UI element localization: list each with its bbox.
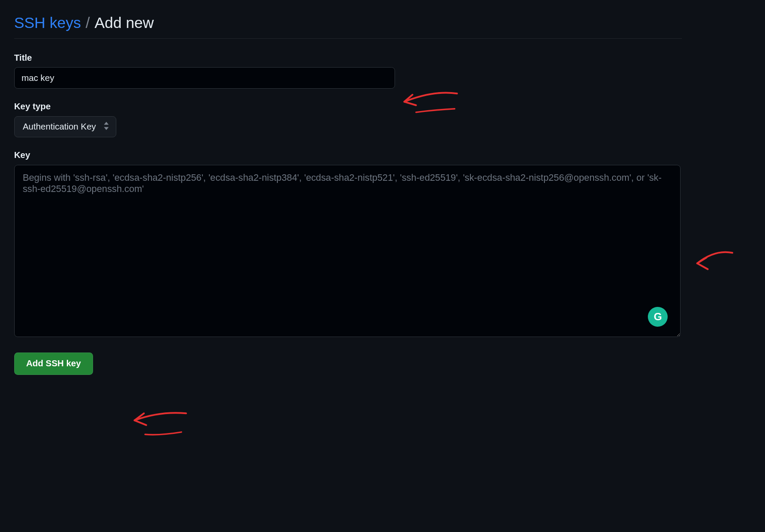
key-label: Key: [14, 150, 682, 160]
grammarly-icon[interactable]: G: [648, 307, 668, 327]
grammarly-glyph: G: [654, 311, 662, 323]
breadcrumb: SSH keys / Add new: [14, 14, 682, 39]
field-keytype: Key type Authentication Key: [14, 102, 682, 137]
title-input[interactable]: [14, 67, 395, 88]
key-textarea[interactable]: [14, 165, 681, 337]
keytype-selected-value: Authentication Key: [23, 122, 96, 131]
breadcrumb-current: Add new: [94, 14, 154, 31]
annotation-arrow-key: [691, 246, 738, 281]
add-ssh-key-button[interactable]: Add SSH key: [14, 353, 93, 375]
keytype-select[interactable]: Authentication Key: [14, 116, 116, 137]
breadcrumb-separator: /: [86, 14, 90, 31]
field-key: Key G: [14, 150, 682, 340]
annotation-arrow-submit: [128, 406, 192, 442]
add-ssh-key-label: Add SSH key: [26, 359, 81, 368]
breadcrumb-link-ssh-keys[interactable]: SSH keys: [14, 14, 81, 31]
title-label: Title: [14, 53, 682, 63]
keytype-label: Key type: [14, 102, 682, 111]
field-title: Title: [14, 53, 682, 89]
